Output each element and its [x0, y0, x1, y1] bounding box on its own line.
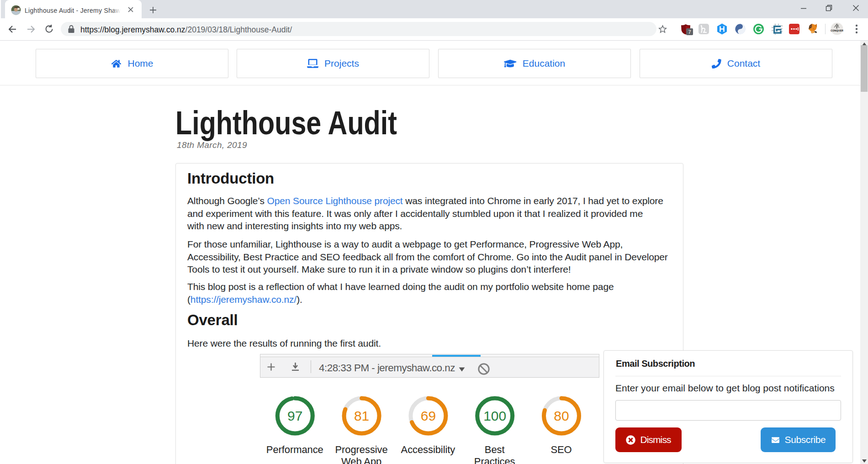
svg-text:81: 81	[354, 408, 369, 423]
svg-text:97: 97	[287, 408, 302, 423]
svg-text:Lighthouse Audit: Lighthouse Audit	[175, 109, 397, 141]
svg-text:CONQUER: CONQUER	[831, 29, 843, 32]
svg-text:100: 100	[483, 408, 506, 423]
svg-text:69: 69	[420, 408, 435, 423]
svg-text:7: 7	[688, 29, 691, 35]
svg-text:80: 80	[554, 408, 569, 423]
